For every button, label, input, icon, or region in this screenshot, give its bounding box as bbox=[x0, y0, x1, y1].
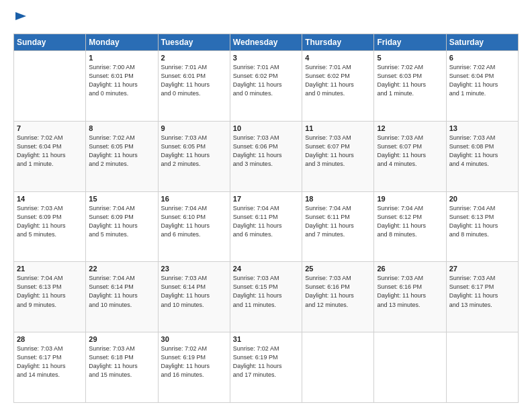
logo bbox=[13, 11, 28, 27]
calendar-cell: 4Sunrise: 7:01 AM Sunset: 6:02 PM Daylig… bbox=[302, 51, 374, 122]
day-number: 15 bbox=[89, 195, 154, 203]
svg-marker-0 bbox=[15, 12, 26, 20]
day-number: 8 bbox=[89, 124, 154, 132]
header-row: SundayMondayTuesdayWednesdayThursdayFrid… bbox=[14, 34, 519, 51]
day-info: Sunrise: 7:02 AM Sunset: 6:04 PM Dayligh… bbox=[17, 134, 83, 169]
day-header-sunday: Sunday bbox=[14, 34, 86, 51]
calendar-cell: 11Sunrise: 7:03 AM Sunset: 6:07 PM Dayli… bbox=[302, 121, 374, 191]
page: SundayMondayTuesdayWednesdayThursdayFrid… bbox=[0, 0, 532, 411]
calendar-cell: 13Sunrise: 7:03 AM Sunset: 6:08 PM Dayli… bbox=[446, 121, 518, 191]
calendar-cell: 28Sunrise: 7:03 AM Sunset: 6:17 PM Dayli… bbox=[14, 332, 86, 403]
day-info: Sunrise: 7:03 AM Sunset: 6:09 PM Dayligh… bbox=[17, 204, 83, 239]
calendar-cell: 16Sunrise: 7:04 AM Sunset: 6:10 PM Dayli… bbox=[158, 191, 230, 262]
day-number: 11 bbox=[305, 124, 371, 132]
week-row-5: 28Sunrise: 7:03 AM Sunset: 6:17 PM Dayli… bbox=[14, 332, 519, 403]
day-number: 3 bbox=[233, 54, 299, 62]
calendar-cell: 19Sunrise: 7:04 AM Sunset: 6:12 PM Dayli… bbox=[374, 191, 446, 262]
day-info: Sunrise: 7:02 AM Sunset: 6:19 PM Dayligh… bbox=[161, 345, 227, 379]
day-number: 10 bbox=[233, 124, 299, 132]
day-number: 31 bbox=[233, 335, 299, 343]
day-header-friday: Friday bbox=[374, 34, 446, 51]
day-header-saturday: Saturday bbox=[446, 34, 518, 51]
calendar-cell: 1Sunrise: 7:00 AM Sunset: 6:01 PM Daylig… bbox=[86, 51, 158, 122]
day-number: 18 bbox=[305, 195, 371, 203]
day-number: 19 bbox=[377, 195, 443, 203]
day-info: Sunrise: 7:04 AM Sunset: 6:14 PM Dayligh… bbox=[89, 274, 154, 309]
day-info: Sunrise: 7:03 AM Sunset: 6:07 PM Dayligh… bbox=[377, 134, 443, 169]
day-info: Sunrise: 7:04 AM Sunset: 6:11 PM Dayligh… bbox=[305, 204, 371, 239]
day-info: Sunrise: 7:00 AM Sunset: 6:01 PM Dayligh… bbox=[89, 63, 154, 98]
day-info: Sunrise: 7:03 AM Sunset: 6:06 PM Dayligh… bbox=[233, 134, 299, 169]
day-number: 30 bbox=[161, 335, 227, 343]
day-number: 25 bbox=[305, 265, 371, 273]
day-header-thursday: Thursday bbox=[302, 34, 374, 51]
day-number: 26 bbox=[377, 265, 443, 273]
calendar-cell: 2Sunrise: 7:01 AM Sunset: 6:01 PM Daylig… bbox=[158, 51, 230, 122]
calendar-cell: 29Sunrise: 7:03 AM Sunset: 6:18 PM Dayli… bbox=[86, 332, 158, 403]
week-row-3: 14Sunrise: 7:03 AM Sunset: 6:09 PM Dayli… bbox=[14, 191, 519, 262]
day-info: Sunrise: 7:03 AM Sunset: 6:07 PM Dayligh… bbox=[305, 134, 371, 169]
day-info: Sunrise: 7:02 AM Sunset: 6:05 PM Dayligh… bbox=[89, 134, 154, 169]
day-number: 13 bbox=[449, 124, 515, 132]
day-number: 4 bbox=[305, 54, 371, 62]
day-info: Sunrise: 7:04 AM Sunset: 6:13 PM Dayligh… bbox=[449, 204, 515, 239]
day-number: 1 bbox=[89, 54, 154, 62]
calendar-cell: 22Sunrise: 7:04 AM Sunset: 6:14 PM Dayli… bbox=[86, 262, 158, 332]
calendar-cell: 21Sunrise: 7:04 AM Sunset: 6:13 PM Dayli… bbox=[14, 262, 86, 332]
calendar-cell: 27Sunrise: 7:03 AM Sunset: 6:17 PM Dayli… bbox=[446, 262, 518, 332]
calendar-cell bbox=[302, 332, 374, 403]
calendar-cell: 12Sunrise: 7:03 AM Sunset: 6:07 PM Dayli… bbox=[374, 121, 446, 191]
day-info: Sunrise: 7:04 AM Sunset: 6:09 PM Dayligh… bbox=[89, 204, 154, 239]
day-number: 6 bbox=[449, 54, 515, 62]
calendar-cell: 7Sunrise: 7:02 AM Sunset: 6:04 PM Daylig… bbox=[14, 121, 86, 191]
calendar-cell: 6Sunrise: 7:02 AM Sunset: 6:04 PM Daylig… bbox=[446, 51, 518, 122]
day-info: Sunrise: 7:02 AM Sunset: 6:04 PM Dayligh… bbox=[449, 63, 515, 98]
day-number: 20 bbox=[449, 195, 515, 203]
calendar-cell: 18Sunrise: 7:04 AM Sunset: 6:11 PM Dayli… bbox=[302, 191, 374, 262]
day-info: Sunrise: 7:01 AM Sunset: 6:01 PM Dayligh… bbox=[161, 63, 227, 98]
calendar-cell: 8Sunrise: 7:02 AM Sunset: 6:05 PM Daylig… bbox=[86, 121, 158, 191]
day-number: 14 bbox=[17, 195, 83, 203]
calendar-cell: 10Sunrise: 7:03 AM Sunset: 6:06 PM Dayli… bbox=[230, 121, 302, 191]
day-number: 16 bbox=[161, 195, 227, 203]
week-row-2: 7Sunrise: 7:02 AM Sunset: 6:04 PM Daylig… bbox=[14, 121, 519, 191]
calendar-cell: 14Sunrise: 7:03 AM Sunset: 6:09 PM Dayli… bbox=[14, 191, 86, 262]
day-info: Sunrise: 7:04 AM Sunset: 6:10 PM Dayligh… bbox=[161, 204, 227, 239]
day-number: 17 bbox=[233, 195, 299, 203]
calendar-cell: 24Sunrise: 7:03 AM Sunset: 6:15 PM Dayli… bbox=[230, 262, 302, 332]
day-number: 21 bbox=[17, 265, 83, 273]
calendar-cell bbox=[14, 51, 86, 122]
calendar-cell: 20Sunrise: 7:04 AM Sunset: 6:13 PM Dayli… bbox=[446, 191, 518, 262]
day-number: 7 bbox=[17, 124, 83, 132]
day-number: 12 bbox=[377, 124, 443, 132]
day-number: 29 bbox=[89, 335, 154, 343]
calendar-cell bbox=[374, 332, 446, 403]
day-info: Sunrise: 7:03 AM Sunset: 6:17 PM Dayligh… bbox=[17, 345, 83, 379]
calendar-cell: 31Sunrise: 7:02 AM Sunset: 6:19 PM Dayli… bbox=[230, 332, 302, 403]
day-info: Sunrise: 7:03 AM Sunset: 6:05 PM Dayligh… bbox=[161, 134, 227, 169]
day-info: Sunrise: 7:03 AM Sunset: 6:17 PM Dayligh… bbox=[449, 274, 515, 309]
day-info: Sunrise: 7:01 AM Sunset: 6:02 PM Dayligh… bbox=[305, 63, 371, 98]
day-info: Sunrise: 7:03 AM Sunset: 6:14 PM Dayligh… bbox=[161, 274, 227, 309]
calendar-cell: 25Sunrise: 7:03 AM Sunset: 6:16 PM Dayli… bbox=[302, 262, 374, 332]
day-info: Sunrise: 7:02 AM Sunset: 6:03 PM Dayligh… bbox=[377, 63, 443, 98]
logo-flag-icon bbox=[14, 11, 28, 27]
logo-text bbox=[13, 11, 28, 27]
calendar-table: SundayMondayTuesdayWednesdayThursdayFrid… bbox=[13, 34, 519, 403]
day-header-monday: Monday bbox=[86, 34, 158, 51]
calendar-cell: 23Sunrise: 7:03 AM Sunset: 6:14 PM Dayli… bbox=[158, 262, 230, 332]
day-info: Sunrise: 7:03 AM Sunset: 6:08 PM Dayligh… bbox=[449, 134, 515, 169]
calendar-cell: 26Sunrise: 7:03 AM Sunset: 6:16 PM Dayli… bbox=[374, 262, 446, 332]
week-row-4: 21Sunrise: 7:04 AM Sunset: 6:13 PM Dayli… bbox=[14, 262, 519, 332]
day-info: Sunrise: 7:03 AM Sunset: 6:16 PM Dayligh… bbox=[377, 274, 443, 309]
day-number: 5 bbox=[377, 54, 443, 62]
calendar-cell: 9Sunrise: 7:03 AM Sunset: 6:05 PM Daylig… bbox=[158, 121, 230, 191]
day-number: 24 bbox=[233, 265, 299, 273]
day-number: 27 bbox=[449, 265, 515, 273]
calendar-cell: 30Sunrise: 7:02 AM Sunset: 6:19 PM Dayli… bbox=[158, 332, 230, 403]
day-info: Sunrise: 7:04 AM Sunset: 6:11 PM Dayligh… bbox=[233, 204, 299, 239]
day-info: Sunrise: 7:03 AM Sunset: 6:16 PM Dayligh… bbox=[305, 274, 371, 309]
week-row-1: 1Sunrise: 7:00 AM Sunset: 6:01 PM Daylig… bbox=[14, 51, 519, 122]
day-info: Sunrise: 7:04 AM Sunset: 6:13 PM Dayligh… bbox=[17, 274, 83, 309]
calendar-cell: 17Sunrise: 7:04 AM Sunset: 6:11 PM Dayli… bbox=[230, 191, 302, 262]
